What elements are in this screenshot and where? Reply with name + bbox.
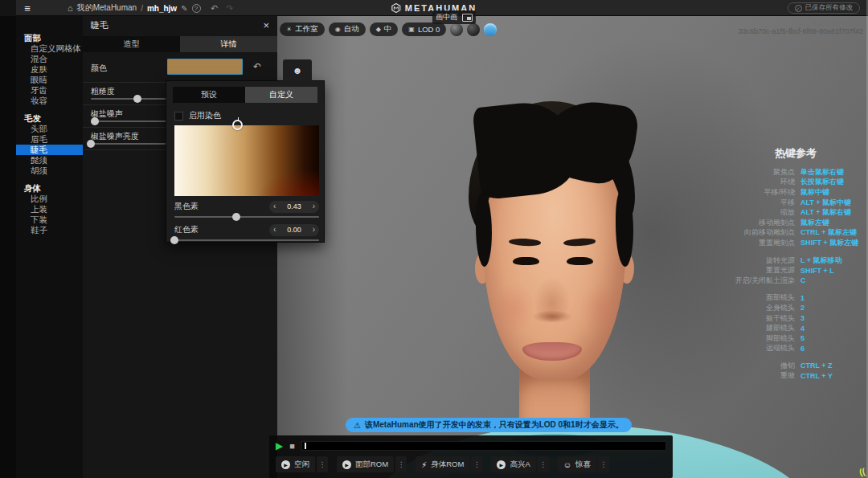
3d-viewport[interactable]: ☀工作室 ◉自动 ◆中 ▣LOD 0 1.3.1-25506449 33c6b7… <box>277 16 868 478</box>
melanin-row: 黑色素 ‹ 0.43 › <box>174 200 319 213</box>
hotkey-action: 旋转光源 <box>766 255 795 266</box>
track-options-button[interactable]: ⋮ <box>471 456 482 472</box>
hotkey-row: 全身镜头 2 <box>662 303 863 313</box>
sidebar-item[interactable]: 鞋子 <box>16 225 83 235</box>
portrait-eye-left <box>513 257 539 265</box>
chevron-right-icon[interactable]: › <box>313 226 315 234</box>
sidebar-item[interactable]: 髭须 <box>16 155 83 165</box>
saved-status-button[interactable]: ✓ 已保存所有修改 <box>788 2 861 14</box>
help-icon[interactable]: ? <box>192 4 201 13</box>
sidebar-item[interactable]: 自定义网格体 <box>16 43 83 54</box>
viewport-toolbar-button[interactable]: ◆中 <box>370 22 399 36</box>
melanin-stepper[interactable]: ‹ 0.43 › <box>269 201 319 213</box>
track-options-button[interactable]: ⋮ <box>598 456 609 472</box>
viewport-toolbar: ☀工作室 ◉自动 ◆中 ▣LOD 0 <box>280 22 497 36</box>
redness-slider-handle[interactable] <box>170 236 178 244</box>
breadcrumb-root[interactable]: 我的MetaHuman <box>77 2 137 14</box>
material-toggle-icon[interactable] <box>467 23 480 36</box>
slider-track[interactable] <box>91 121 167 122</box>
hotkey-row: 重做 CTRL + Y <box>662 371 863 382</box>
redness-slider-track[interactable] <box>174 239 319 241</box>
hotkey-action: 环绕 <box>780 177 795 187</box>
kebab-menu-icon: ⋮ <box>319 460 326 468</box>
melanin-slider-track[interactable] <box>174 216 319 218</box>
color-picker-tab[interactable]: 自定义 <box>245 87 317 103</box>
panel-tab[interactable]: 详情 <box>180 36 277 52</box>
rename-icon[interactable]: ✎ <box>181 4 187 13</box>
color-gradient-field[interactable] <box>174 125 319 196</box>
undo-button[interactable]: ↶ <box>211 3 218 14</box>
hamburger-menu-button[interactable]: ≡ <box>19 0 35 16</box>
hotkey-row: 旋转光源 L + 鼠标移动 <box>662 255 863 266</box>
sidebar-item[interactable]: 下装 <box>16 214 83 225</box>
track-options-button[interactable]: ⋮ <box>317 456 328 472</box>
sidebar-item[interactable]: 眼睛 <box>16 75 83 85</box>
sidebar-item[interactable]: 皮肤 <box>16 64 83 75</box>
close-icon[interactable]: × <box>263 20 269 31</box>
hotkey-action: 面部镜头 <box>766 292 795 303</box>
sidebar-item[interactable]: 头部 <box>16 124 83 134</box>
redo-button[interactable]: ↷ <box>226 3 233 14</box>
color-picker-crosshair[interactable] <box>232 120 243 130</box>
color-picker-tab[interactable]: 预设 <box>173 87 245 103</box>
track-options-button[interactable]: ⋮ <box>395 456 407 472</box>
picture-in-picture-button[interactable]: 画中画 <box>432 10 476 24</box>
slider-handle[interactable] <box>87 140 95 148</box>
warning-icon: ⚠ <box>354 421 361 430</box>
timeline-scrubber[interactable] <box>301 441 666 451</box>
chevron-left-icon[interactable]: ‹ <box>273 202 276 210</box>
track-options-button[interactable]: ⋮ <box>538 456 549 472</box>
enable-tint-checkbox[interactable] <box>174 112 183 121</box>
head-preview-button[interactable]: ☻ <box>283 59 312 82</box>
animation-track: ▶ 高兴A ⋮ <box>491 456 548 472</box>
toolbar-button-label: 自动 <box>344 24 359 35</box>
chevron-right-icon[interactable]: › <box>313 202 315 210</box>
sidebar-item[interactable]: 妆容 <box>16 96 83 106</box>
animation-track-list: ▶ 空闲 ⋮ ▶ 面部ROM ⋮ ⚡ 身体ROM <box>276 456 666 472</box>
hotkey-row: 开启/关闭黏土渲染 C <box>662 276 863 286</box>
playhead[interactable] <box>305 443 306 449</box>
sidebar-item[interactable]: 比例 <box>16 194 83 204</box>
panel-tab[interactable]: 造型 <box>83 36 180 52</box>
chevron-left-icon[interactable]: ‹ <box>273 226 276 234</box>
home-icon[interactable]: ⌂ <box>68 3 73 13</box>
color-label: 颜色 <box>91 63 107 74</box>
animation-track: ⚡ 身体ROM ⋮ <box>416 456 482 472</box>
sidebar-item[interactable]: 混合 <box>16 54 83 64</box>
sidebar-item[interactable]: 毛发 <box>16 113 83 124</box>
animation-track-button[interactable]: ▶ 面部ROM <box>337 456 394 472</box>
hotkey-rows: 聚焦点 单击鼠标右键 环绕 长按鼠标右键 平移/环绕 鼠标中键 平移 <box>662 167 863 381</box>
viewport-toolbar-button[interactable]: ☀工作室 <box>280 22 325 36</box>
reset-color-icon[interactable]: ↶ <box>253 61 261 72</box>
sidebar-item[interactable]: 胡须 <box>16 165 83 176</box>
color-swatch[interactable] <box>167 59 243 75</box>
left-rail <box>0 16 16 478</box>
toolbar-button-icon: ☀ <box>286 26 292 33</box>
redness-stepper[interactable]: ‹ 0.00 › <box>269 224 319 236</box>
slider-handle[interactable] <box>91 117 99 125</box>
stop-button[interactable]: ■ <box>289 442 295 451</box>
sidebar-item[interactable]: 眉毛 <box>16 134 83 145</box>
sidebar-item[interactable]: 上装 <box>16 204 83 214</box>
color-row: 颜色 ↶ <box>83 52 277 83</box>
sidebar-item[interactable]: 牙齿 <box>16 85 83 96</box>
hotkey-action: 重置光源 <box>766 265 795 276</box>
slider-track[interactable] <box>91 98 167 100</box>
slider-handle[interactable] <box>133 95 141 103</box>
slider-label: 椒盐噪声亮度 <box>91 131 139 142</box>
sidebar-item[interactable]: 身体 <box>16 183 83 194</box>
animation-track-button[interactable]: ▶ 空闲 <box>276 456 315 472</box>
animation-track-button[interactable]: ☺ 惊喜 <box>558 456 596 472</box>
clay-render-toggle-icon[interactable] <box>484 23 497 36</box>
animation-track-button[interactable]: ⚡ 身体ROM <box>416 456 469 472</box>
groom-toggle-icon[interactable] <box>450 23 463 36</box>
animation-track-button[interactable]: ▶ 高兴A <box>491 456 535 472</box>
play-button[interactable]: ▶ <box>276 441 283 451</box>
viewport-toolbar-button[interactable]: ◉自动 <box>329 22 366 36</box>
sidebar-item[interactable]: 睫毛 <box>16 145 83 155</box>
melanin-slider-handle[interactable] <box>232 213 240 221</box>
slider-track[interactable] <box>91 143 167 145</box>
hotkey-title: 热键参考 <box>662 146 863 161</box>
viewport-toolbar-button[interactable]: ▣LOD 0 <box>402 22 446 36</box>
sidebar-item[interactable]: 面部 <box>16 33 83 43</box>
